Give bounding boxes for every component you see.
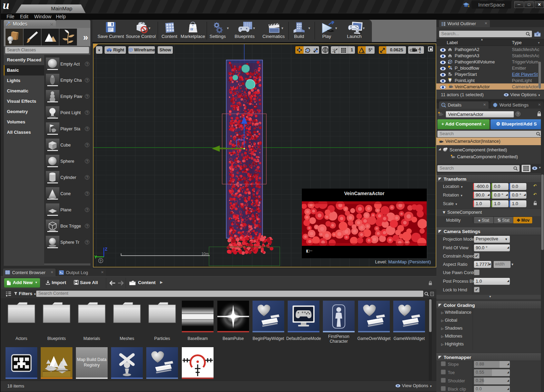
svg-text:10m: 10m (201, 252, 209, 256)
svg-text:u: u (190, 26, 193, 31)
svg-text:+: + (536, 32, 538, 37)
svg-text:Y: Y (94, 255, 97, 260)
svg-text:V: V (192, 23, 194, 27)
svg-text:i: i (443, 103, 443, 107)
svg-text:+: + (448, 61, 449, 64)
svg-text:Z: Z (105, 247, 107, 252)
